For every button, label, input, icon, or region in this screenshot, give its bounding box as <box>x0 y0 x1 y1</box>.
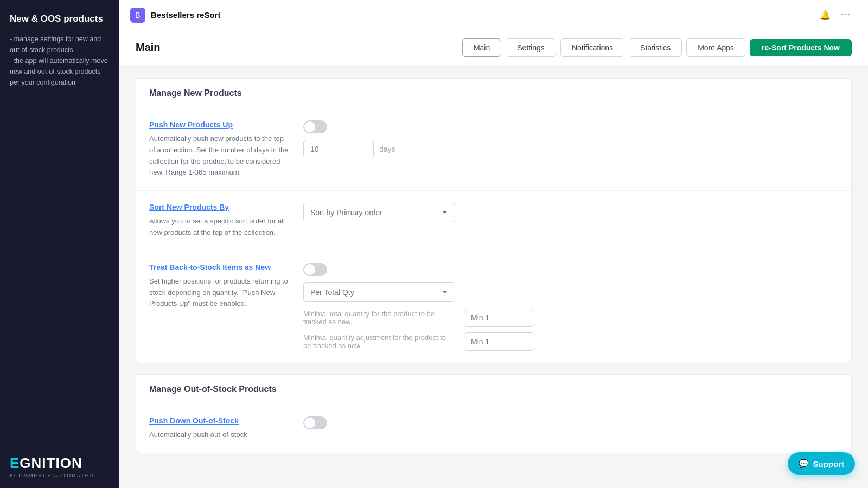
bell-icon[interactable]: 🔔 <box>817 7 833 23</box>
main-area: B Bestsellers reSort 🔔 ··· Main Main Set… <box>119 0 868 488</box>
topbar-icons: 🔔 ··· <box>817 7 854 23</box>
statistics-nav-button[interactable]: Statistics <box>629 38 682 57</box>
push-new-up-row: Push New Products Up Automatically push … <box>136 108 851 191</box>
support-label: Support <box>813 459 845 468</box>
brand-logo: EGNITION ECOMMERCE AUTOMATED <box>10 455 110 478</box>
sort-new-by-row: Sort New Products By Allows you to set a… <box>136 191 851 251</box>
min-qty-input[interactable] <box>464 309 534 327</box>
days-label: days <box>379 145 395 153</box>
manage-new-section-title: Manage New Products <box>136 79 851 108</box>
treat-back-to-stock-label: Treat Back-to-Stock Items as New Set hig… <box>149 263 290 310</box>
treat-back-to-stock-description: Set higher positions for products return… <box>149 276 290 310</box>
settings-nav-button[interactable]: Settings <box>506 38 556 57</box>
page-title: Main <box>136 41 462 54</box>
push-new-up-label: Push New Products Up Automatically push … <box>149 120 290 178</box>
manage-oos-products-card: Manage Out-of-Stock Products Push Down O… <box>136 374 852 453</box>
sort-new-by-description: Allows you to set a specific sort order … <box>149 216 290 239</box>
sidebar: New & OOS products - manage settings for… <box>0 0 119 488</box>
more-apps-nav-button[interactable]: More Apps <box>686 38 745 57</box>
brand-tagline: ECOMMERCE AUTOMATED <box>10 473 110 478</box>
push-new-up-title[interactable]: Push New Products Up <box>149 120 290 129</box>
support-icon: 💬 <box>799 459 809 468</box>
push-down-oos-toggle[interactable] <box>303 416 327 429</box>
manage-new-products-card: Manage New Products Push New Products Up… <box>136 78 852 363</box>
min-adj-label: Minimal quantity adjustment for the prod… <box>303 333 455 350</box>
push-down-oos-title[interactable]: Push Down Out-of-Stock <box>149 416 290 425</box>
push-down-oos-control <box>303 416 838 429</box>
push-down-oos-row: Push Down Out-of-Stock Automatically pus… <box>136 404 851 453</box>
min-adj-input[interactable] <box>464 332 534 351</box>
sort-new-by-label: Sort New Products By Allows you to set a… <box>149 203 290 239</box>
min-qty-label: Minimal total quantity for the product t… <box>303 310 455 326</box>
more-icon[interactable]: ··· <box>838 7 854 23</box>
notifications-nav-button[interactable]: Notifications <box>560 38 624 57</box>
sort-new-by-select[interactable]: Sort by Primary order <box>303 203 455 222</box>
push-new-up-control: days <box>303 120 838 158</box>
app-icon: B <box>130 8 145 23</box>
treat-back-to-stock-select[interactable]: Per Total Qty <box>303 282 455 302</box>
push-new-up-days-input[interactable] <box>303 140 374 158</box>
app-name: Bestsellers reSort <box>151 10 817 20</box>
page-header: Main Main Settings Notifications Statist… <box>119 30 868 65</box>
sort-new-by-title[interactable]: Sort New Products By <box>149 203 290 211</box>
main-nav-button[interactable]: Main <box>462 38 501 57</box>
push-down-oos-description: Automatically push out-of-stock <box>149 429 290 441</box>
brand-name: EGNITION <box>10 455 110 472</box>
treat-back-to-stock-row: Treat Back-to-Stock Items as New Set hig… <box>136 251 851 363</box>
resort-products-button[interactable]: re-Sort Products Now <box>750 39 852 56</box>
manage-oos-section-title: Manage Out-of-Stock Products <box>136 375 851 404</box>
sidebar-title: New & OOS products <box>10 13 110 25</box>
min-adj-group: Minimal quantity adjustment for the prod… <box>303 332 838 351</box>
push-new-up-description: Automatically push new products to the t… <box>149 133 290 178</box>
support-button[interactable]: 💬 Support <box>788 452 856 475</box>
treat-back-to-stock-title[interactable]: Treat Back-to-Stock Items as New <box>149 263 290 272</box>
content-area: Manage New Products Push New Products Up… <box>119 65 868 488</box>
sidebar-description: - manage settings for new and out-of-sto… <box>10 34 110 88</box>
push-new-up-toggle[interactable] <box>303 120 327 133</box>
topbar: B Bestsellers reSort 🔔 ··· <box>119 0 868 30</box>
treat-back-to-stock-control: Per Total Qty Minimal total quantity for… <box>303 263 838 351</box>
treat-back-to-stock-toggle[interactable] <box>303 263 327 276</box>
nav-buttons: Main Settings Notifications Statistics M… <box>462 38 852 57</box>
min-qty-group: Minimal total quantity for the product t… <box>303 309 838 327</box>
sort-new-by-control: Sort by Primary order <box>303 203 838 222</box>
push-down-oos-label: Push Down Out-of-Stock Automatically pus… <box>149 416 290 441</box>
